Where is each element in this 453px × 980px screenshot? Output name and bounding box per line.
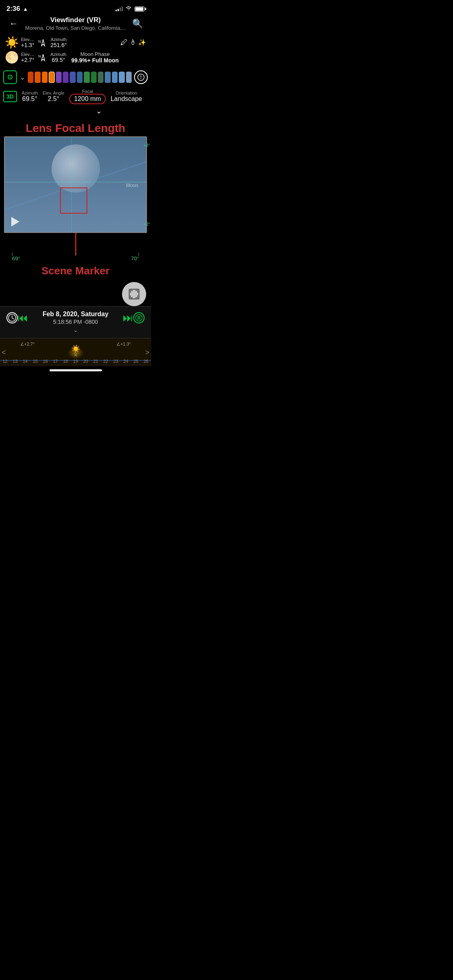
wifi-icon: [125, 6, 132, 12]
list-button[interactable]: [133, 312, 145, 323]
azimuth-label: Azimuth: [22, 91, 38, 95]
color-swatch-2[interactable]: [42, 72, 48, 83]
orientation-value: Landscape: [111, 95, 142, 103]
focal-value[interactable]: 1200 mm: [69, 94, 106, 104]
sun-az-label: Azimuth: [51, 37, 67, 42]
play-button[interactable]: [11, 217, 19, 226]
time-display: 2:36: [6, 5, 20, 12]
viewfinder-wrapper: Moon +3° +2°: [0, 136, 151, 233]
orientation-param: Orientation Landscape: [111, 91, 142, 103]
color-swatch-6[interactable]: [70, 72, 75, 83]
chevron-down-icon[interactable]: ⌄: [19, 73, 25, 82]
moon-az-label: Azimuth: [50, 52, 66, 57]
moon-percent: 99.9%+: [71, 57, 91, 64]
moon-az-value: 69.5°: [52, 57, 65, 63]
focal-param[interactable]: Focal 1200 mm: [69, 89, 106, 104]
scene-marker-line: [75, 233, 76, 255]
timeline-labels: 121314151617181920212223242526: [0, 359, 151, 364]
moon-elev-value: +2.7°: [21, 57, 34, 63]
timeline-label: 14: [23, 359, 27, 364]
timeline-label: 15: [33, 359, 37, 364]
color-swatch-14[interactable]: [126, 72, 132, 83]
elev-angle-label: Elev. Angle: [43, 91, 64, 95]
home-indicator: [0, 366, 151, 373]
color-swatch-7[interactable]: [77, 72, 83, 83]
fullscreen-button[interactable]: [122, 282, 146, 306]
sun-azimuth: Azimuth 251.6°: [50, 37, 67, 48]
bottom-controls: ⏮ Feb 8, 2020, Saturday 5:18:56 PM -0800…: [6, 311, 145, 325]
candle-icon: 🕯: [129, 38, 137, 47]
fullscreen-area: [0, 282, 151, 306]
svg-text:N: N: [38, 39, 41, 43]
elev-angle-param: Elev. Angle 2.5°: [43, 91, 64, 103]
battery-fill: [135, 7, 143, 11]
color-swatch-5[interactable]: [63, 72, 68, 83]
azimuth-section: 69° 70°: [4, 233, 147, 263]
color-swatch-8[interactable]: [84, 72, 89, 83]
color-swatch-1[interactable]: [35, 72, 40, 83]
svg-text:N: N: [38, 54, 41, 58]
color-swatch-9[interactable]: [91, 72, 97, 83]
celestial-info: ☀️ Elev.... +1.3° N Azimuth 251.6° 🖊 🕯 ✨…: [0, 34, 151, 67]
signal-strength: [116, 6, 123, 11]
crosshair-v: [71, 137, 72, 232]
timeline-label: 23: [113, 359, 118, 364]
color-picker-row: ⚙ ⌄: [0, 67, 151, 87]
lens-focal-length-title: Lens Focal Length: [0, 117, 151, 136]
btn-3d[interactable]: 3D: [3, 91, 17, 102]
nav-title-area: Viewfinder (VR) Morena, Old Town, San Di…: [21, 16, 130, 31]
time-display-bottom: 5:18:56 PM -0800: [28, 319, 123, 325]
tool-icons: 🖊 🕯 ✨: [120, 38, 146, 47]
right-tick: [139, 253, 139, 256]
skip-forward-button[interactable]: ⏭: [123, 312, 133, 324]
search-button[interactable]: 🔍: [130, 16, 145, 31]
nav-bar: ← Viewfinder (VR) Morena, Old Town, San …: [0, 14, 151, 34]
bar2: [118, 9, 119, 11]
pen-icon[interactable]: 🖊: [120, 38, 128, 47]
moon-phase: Moon Phase 99.9%+ Full Moon: [71, 51, 119, 64]
sun-elevation: Elev.... +1.3°: [21, 37, 34, 48]
timeline-label: 20: [83, 359, 88, 364]
red-rect: [60, 187, 87, 214]
focal-dropdown-arrow[interactable]: ⌄: [46, 106, 151, 117]
scene-marker-title: Scene Marker: [0, 265, 151, 277]
location-icon: ▲: [23, 6, 28, 12]
skip-back-button[interactable]: ⏮: [18, 312, 28, 324]
bottom-dropdown-arrow[interactable]: ⌄: [6, 325, 145, 335]
azimuth-param: Azimuth 69.5°: [22, 91, 38, 103]
sun-az-value: 251.6°: [50, 42, 67, 48]
sun-white-icon: ✨: [138, 39, 146, 46]
timeline-label: 13: [12, 359, 17, 364]
scene-marker-section: Scene Marker: [0, 263, 151, 282]
north-arrow-icon: N: [37, 39, 47, 47]
moon-icon: 🌕: [5, 51, 18, 64]
moon-north-arrow-icon: N: [37, 54, 47, 62]
color-swatch-12[interactable]: [112, 72, 118, 83]
clock-button[interactable]: [6, 312, 18, 323]
timeline[interactable]: < > ☀️ ∠+2.7° ∠+1.3° ✕ 12131415161718192…: [0, 338, 151, 366]
battery-icon: [134, 6, 145, 12]
gear-button[interactable]: ⚙: [3, 70, 17, 84]
controls-row: 3D Azimuth 69.5° Elev. Angle 2.5° Focal …: [0, 87, 151, 106]
crosshair-h: [5, 182, 146, 182]
viewfinder[interactable]: Moon: [4, 136, 147, 233]
color-swatch-13[interactable]: [119, 72, 124, 83]
compass-icon: [137, 74, 145, 81]
moon-label: Moon: [126, 183, 138, 188]
color-swatch-10[interactable]: [98, 72, 103, 83]
orientation-label: Orientation: [116, 91, 137, 95]
color-swatch-3[interactable]: [49, 72, 54, 83]
color-swatch-4[interactable]: [56, 72, 62, 83]
timeline-label: 18: [63, 359, 68, 364]
az-label-left: 69°: [12, 255, 20, 261]
home-bar: [50, 369, 102, 371]
page-title: Viewfinder (VR): [21, 16, 130, 24]
back-button[interactable]: ←: [6, 16, 21, 31]
sun-icon: ☀️: [5, 36, 18, 49]
moon-elevation: Elev.... +2.7°: [21, 52, 34, 63]
left-tick: [12, 253, 12, 256]
compass-button[interactable]: [134, 70, 148, 84]
color-swatch-0[interactable]: [28, 72, 33, 83]
timeline-label: 24: [123, 359, 128, 364]
color-swatch-11[interactable]: [105, 72, 110, 83]
